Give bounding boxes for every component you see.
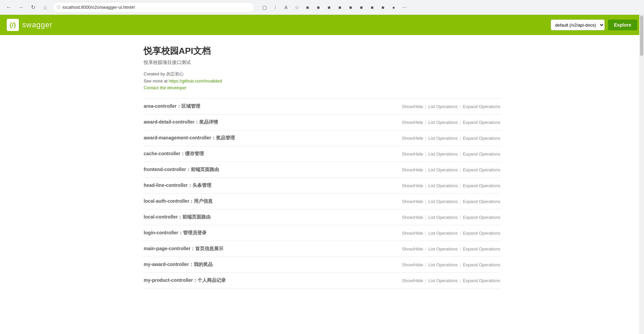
list-ops-link[interactable]: List Operations — [428, 278, 458, 283]
ext4-icon[interactable]: ■ — [335, 3, 345, 12]
controller-row: award-management-controller：奖品管理 Show/Hi… — [144, 130, 500, 146]
swagger-logo: {/} swagger — [7, 19, 52, 31]
font-icon[interactable]: A — [281, 3, 291, 12]
separator-2: | — [460, 120, 461, 125]
show-hide-link[interactable]: Show/Hide — [402, 120, 423, 125]
expand-ops-link[interactable]: Expand Operations — [463, 136, 500, 141]
separator-2: | — [460, 183, 461, 188]
list-ops-link[interactable]: List Operations — [428, 120, 458, 125]
separator-2: | — [460, 152, 461, 157]
controller-row: my-product-controller：个人商品记录 Show/Hide |… — [144, 273, 500, 289]
list-ops-link[interactable]: List Operations — [428, 246, 458, 252]
separator-1: | — [425, 136, 426, 141]
expand-ops-link[interactable]: Expand Operations — [463, 246, 500, 252]
list-ops-link[interactable]: List Operations — [428, 262, 458, 267]
list-ops-link[interactable]: List Operations — [428, 104, 458, 109]
controller-actions: Show/Hide | List Operations | Expand Ope… — [402, 152, 500, 157]
controller-actions: Show/Hide | List Operations | Expand Ope… — [402, 199, 500, 204]
separator-1: | — [425, 215, 426, 220]
home-button[interactable]: ⌂ — [40, 3, 50, 12]
back-button[interactable]: ← — [4, 3, 13, 12]
menu-icon[interactable]: ⋯ — [400, 3, 409, 12]
ext2-icon[interactable]: ■ — [314, 3, 323, 12]
expand-ops-link[interactable]: Expand Operations — [463, 215, 500, 220]
api-docs-select[interactable]: default (/v2/api-docs) — [551, 20, 605, 30]
controller-name: award-management-controller：奖品管理 — [144, 135, 235, 141]
show-hide-link[interactable]: Show/Hide — [402, 278, 423, 283]
controller-actions: Show/Hide | List Operations | Expand Ope… — [402, 246, 500, 252]
separator-1: | — [425, 246, 426, 252]
show-hide-link[interactable]: Show/Hide — [402, 104, 423, 109]
separator-2: | — [460, 231, 461, 236]
ext8-icon[interactable]: ■ — [378, 3, 388, 12]
profile-icon[interactable]: ● — [389, 3, 398, 12]
show-hide-link[interactable]: Show/Hide — [402, 152, 423, 157]
list-ops-link[interactable]: List Operations — [428, 231, 458, 236]
controller-row: cache-controller：缓存管理 Show/Hide | List O… — [144, 146, 500, 162]
show-hide-link[interactable]: Show/Hide — [402, 262, 423, 267]
show-hide-link[interactable]: Show/Hide — [402, 199, 423, 204]
show-hide-link[interactable]: Show/Hide — [402, 246, 423, 252]
ext6-icon[interactable]: ■ — [357, 3, 366, 12]
controller-name: local-auth-controller：用户信息 — [144, 198, 213, 204]
show-hide-link[interactable]: Show/Hide — [402, 215, 423, 220]
list-ops-link[interactable]: List Operations — [428, 183, 458, 188]
refresh-button[interactable]: ↻ — [28, 3, 38, 12]
expand-ops-link[interactable]: Expand Operations — [463, 278, 500, 283]
expand-ops-link[interactable]: Expand Operations — [463, 183, 500, 188]
ext7-icon[interactable]: ■ — [367, 3, 377, 12]
address-bar[interactable]: ⓘ localhost:8000/o2o/swagger-ui.html#/ — [52, 2, 254, 13]
separator-2: | — [460, 167, 461, 172]
list-ops-link[interactable]: List Operations — [428, 152, 458, 157]
separator-1: | — [425, 167, 426, 172]
scrollbar[interactable] — [639, 15, 644, 299]
expand-ops-link[interactable]: Expand Operations — [463, 167, 500, 172]
list-ops-link[interactable]: List Operations — [428, 167, 458, 172]
github-link[interactable]: https://github.com/Invalided — [169, 78, 222, 84]
controller-actions: Show/Hide | List Operations | Expand Ope… — [402, 136, 500, 141]
toolbar-icons: ▢ ⁝ A ☆ ■ ■ ■ ■ ■ ■ ■ ■ ● ⋯ — [260, 3, 409, 12]
expand-ops-link[interactable]: Expand Operations — [463, 262, 500, 267]
show-hide-link[interactable]: Show/Hide — [402, 136, 423, 141]
show-hide-link[interactable]: Show/Hide — [402, 183, 423, 188]
swagger-brand: swagger — [22, 21, 52, 29]
expand-ops-link[interactable]: Expand Operations — [463, 104, 500, 109]
expand-ops-link[interactable]: Expand Operations — [463, 152, 500, 157]
url-text: localhost:8000/o2o/swagger-ui.html#/ — [63, 5, 135, 10]
controller-name: login-controller：管理员登录 — [144, 230, 207, 236]
expand-ops-link[interactable]: Expand Operations — [463, 231, 500, 236]
forward-button[interactable]: → — [16, 3, 26, 12]
controller-row: main-page-controller：首页信息展示 Show/Hide | … — [144, 241, 500, 257]
separator-1: | — [425, 231, 426, 236]
controller-actions: Show/Hide | List Operations | Expand Ope… — [402, 231, 500, 236]
show-hide-link[interactable]: Show/Hide — [402, 167, 423, 172]
controller-name: frontend-controller：前端页面路由 — [144, 167, 219, 173]
contact-link[interactable]: Contact the developer — [144, 85, 186, 90]
expand-ops-link[interactable]: Expand Operations — [463, 120, 500, 125]
browser-chrome: ← → ↻ ⌂ ⓘ localhost:8000/o2o/swagger-ui.… — [0, 0, 644, 15]
star-icon[interactable]: ☆ — [292, 3, 301, 12]
controller-row: area-controller：区域管理 Show/Hide | List Op… — [144, 98, 500, 114]
main-content: 悦享校园API文档 悦享校园项目接口测试 Created by 勿忘初心 See… — [137, 35, 507, 299]
explore-button[interactable]: Explore — [608, 20, 637, 30]
show-hide-link[interactable]: Show/Hide — [402, 231, 423, 236]
list-ops-link[interactable]: List Operations — [428, 199, 458, 204]
ext5-icon[interactable]: ■ — [346, 3, 355, 12]
grid-icon[interactable]: ⁝ — [271, 3, 280, 12]
ext1-icon[interactable]: ■ — [303, 3, 312, 12]
contact-line: Contact the developer — [144, 85, 500, 90]
screen-icon[interactable]: ▢ — [260, 3, 269, 12]
list-ops-link[interactable]: List Operations — [428, 136, 458, 141]
separator-1: | — [425, 262, 426, 267]
controller-row: my-award-controller：我的奖品 Show/Hide | Lis… — [144, 257, 500, 273]
controller-row: local-auth-controller：用户信息 Show/Hide | L… — [144, 194, 500, 209]
expand-ops-link[interactable]: Expand Operations — [463, 199, 500, 204]
list-ops-link[interactable]: List Operations — [428, 215, 458, 220]
ext3-icon[interactable]: ■ — [324, 3, 334, 12]
separator-2: | — [460, 246, 461, 252]
api-see-more: See more at https://github.com/Invalided — [144, 78, 500, 84]
separator-2: | — [460, 136, 461, 141]
controller-actions: Show/Hide | List Operations | Expand Ope… — [402, 183, 500, 188]
controller-row: frontend-controller：前端页面路由 Show/Hide | L… — [144, 162, 500, 178]
separator-1: | — [425, 120, 426, 125]
